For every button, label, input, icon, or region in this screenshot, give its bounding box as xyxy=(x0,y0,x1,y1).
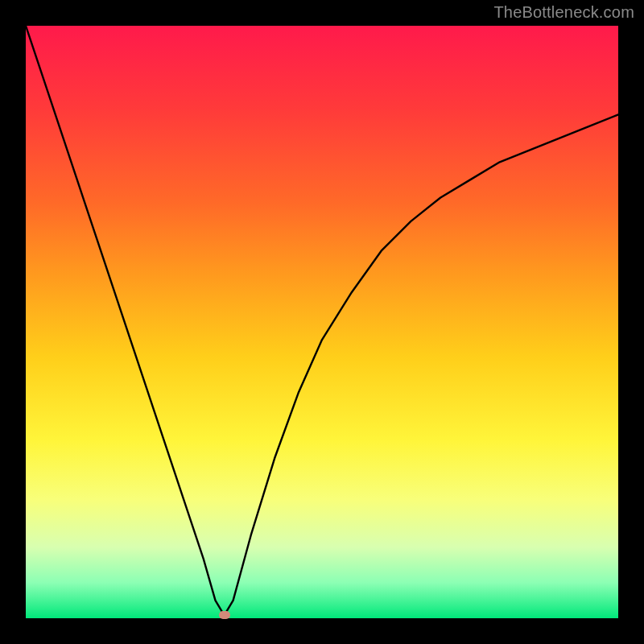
bottleneck-marker xyxy=(219,611,230,619)
bottleneck-curve xyxy=(26,26,618,618)
chart-frame: TheBottleneck.com xyxy=(0,0,644,644)
watermark-text: TheBottleneck.com xyxy=(493,3,634,22)
plot-area xyxy=(26,26,618,618)
curve-line xyxy=(26,26,618,615)
